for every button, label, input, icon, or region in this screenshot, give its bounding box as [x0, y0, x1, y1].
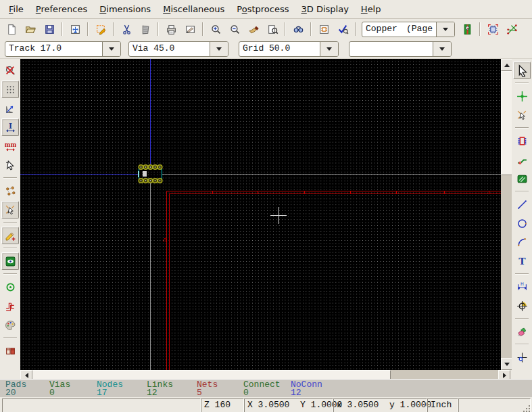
units-inches-button[interactable]: I [1, 118, 19, 136]
toolbar-separator [515, 273, 529, 275]
toolbar-separator [515, 318, 529, 319]
grid-size-combo[interactable]: Grid 50.0 [239, 41, 339, 57]
new-board-button[interactable] [3, 20, 20, 38]
show-zones-button[interactable] [1, 252, 19, 270]
sheet-settings-button[interactable] [66, 20, 84, 38]
add-circle-icon [516, 218, 528, 229]
module-editor-button[interactable] [92, 20, 110, 38]
add-track-button[interactable] [513, 151, 531, 168]
drc-off-button[interactable] [1, 62, 19, 79]
track-width-dropdown-button[interactable] [102, 42, 120, 56]
via-size-combo[interactable]: Via 45.0 [128, 41, 228, 57]
toolbar-separator [113, 22, 114, 36]
toolbar-separator [3, 337, 17, 338]
counter-vias: Vias0 [49, 381, 70, 397]
via-size-dropdown-button[interactable] [210, 42, 228, 56]
select-tool-button[interactable] [513, 62, 531, 79]
highlight-net-button[interactable] [513, 87, 531, 105]
delete-item-button[interactable] [513, 323, 531, 340]
arrow-up-icon [504, 64, 510, 67]
cursor-shape-icon [5, 160, 16, 171]
print-button[interactable] [162, 20, 180, 38]
menu-postprocess[interactable]: Postprocess [231, 1, 295, 17]
track-display-mode-icon [5, 300, 16, 312]
menu-file[interactable]: File [3, 1, 30, 17]
cut-button[interactable] [118, 20, 135, 38]
add-arc-button[interactable] [513, 233, 531, 251]
set-offset-button[interactable] [513, 348, 531, 366]
track-width-combo[interactable]: Track 17.0 [5, 41, 121, 57]
grid-size-dropdown-button[interactable] [320, 42, 338, 56]
add-module-button[interactable] [513, 132, 531, 150]
add-dimension-icon: H [516, 281, 528, 293]
cursor-crosshair [270, 207, 287, 224]
find-button[interactable] [289, 20, 307, 38]
delete-icon [140, 24, 151, 35]
ratsnest-pads-icon [5, 185, 16, 197]
menu-dimensions[interactable]: Dimensions [93, 1, 157, 17]
menu-help[interactable]: Help [355, 1, 387, 17]
chevron-down-icon [443, 28, 448, 31]
open-board-icon [25, 24, 37, 35]
layer-pair-button[interactable] [458, 20, 476, 38]
add-arc-icon [516, 237, 528, 248]
menu-3d-display[interactable]: 3D Display [295, 1, 355, 17]
menu-miscellaneous[interactable]: Miscellaneous [157, 1, 231, 17]
via-display-mode-button[interactable] [1, 278, 19, 296]
vertical-scrollbar-trough[interactable] [501, 175, 512, 358]
zoom-fit-button[interactable] [264, 20, 281, 38]
counter-noconn: NoConn12 [291, 381, 322, 397]
ratsnest-module-button[interactable] [1, 201, 19, 219]
footprint[interactable] [139, 165, 162, 183]
horizontal-scrollbar[interactable] [20, 370, 512, 379]
vertical-scrollbar[interactable] [501, 59, 512, 370]
grid-visibility-button[interactable] [1, 81, 19, 98]
add-text-button[interactable]: T [513, 252, 531, 270]
board-outline[interactable] [164, 191, 502, 371]
drc-check-button[interactable] [334, 20, 352, 38]
chevron-down-icon [327, 47, 332, 51]
units-mm-button[interactable]: mm [1, 137, 19, 155]
local-ratsnest-button[interactable] [513, 106, 531, 124]
add-zone-button[interactable] [513, 170, 531, 187]
auto-delete-track-button[interactable] [1, 227, 19, 244]
netlist-button[interactable] [315, 20, 333, 38]
toolbar-separator [202, 22, 203, 36]
save-board-button[interactable] [41, 20, 58, 38]
svg-text:T: T [518, 256, 526, 267]
show-ratsnest-button[interactable] [503, 20, 521, 38]
via-display-mode-icon [5, 281, 16, 293]
add-dimension-button[interactable]: H [513, 278, 531, 296]
zoom-select-combo[interactable] [349, 41, 452, 57]
redraw-button[interactable] [245, 20, 262, 38]
menu-preferences[interactable]: Preferences [30, 1, 93, 17]
absolute-coords-cell: X 3.0500 Y 1.0000 [244, 398, 333, 412]
layer-selector-dropdown-button[interactable] [436, 22, 454, 37]
drc-check-icon [337, 24, 349, 35]
zoom-out-button[interactable] [226, 20, 243, 38]
cursor-shape-button[interactable] [1, 156, 19, 174]
zoom-select-dropdown-button[interactable] [433, 42, 451, 56]
ratsnest-pads-button[interactable] [1, 182, 19, 200]
add-module-icon [516, 135, 528, 147]
high-contrast-button[interactable] [1, 316, 19, 334]
layer-selector[interactable]: Copper (Page [362, 22, 455, 37]
invisible-layer-button[interactable] [1, 342, 19, 359]
polar-coords-button[interactable] [1, 99, 19, 117]
add-target-button[interactable] [513, 297, 531, 315]
add-line-button[interactable] [513, 196, 531, 213]
open-board-button[interactable] [22, 20, 39, 38]
track-display-mode-button[interactable] [1, 297, 19, 315]
pcb-canvas[interactable] [20, 59, 501, 370]
toolbar-separator [3, 222, 17, 223]
module-check-button[interactable] [484, 20, 502, 38]
add-zone-icon [516, 173, 528, 185]
toolbar-separator [515, 83, 529, 84]
zoom-in-button[interactable] [207, 20, 224, 38]
delete-button[interactable] [137, 20, 154, 38]
horizontal-scrollbar-trough[interactable] [391, 370, 498, 379]
svg-text:I: I [9, 122, 12, 131]
add-circle-button[interactable] [513, 214, 531, 232]
plot-button[interactable] [181, 20, 199, 38]
options-toolbar: Track 17.0 Via 45.0 Grid 50.0 [0, 39, 532, 59]
